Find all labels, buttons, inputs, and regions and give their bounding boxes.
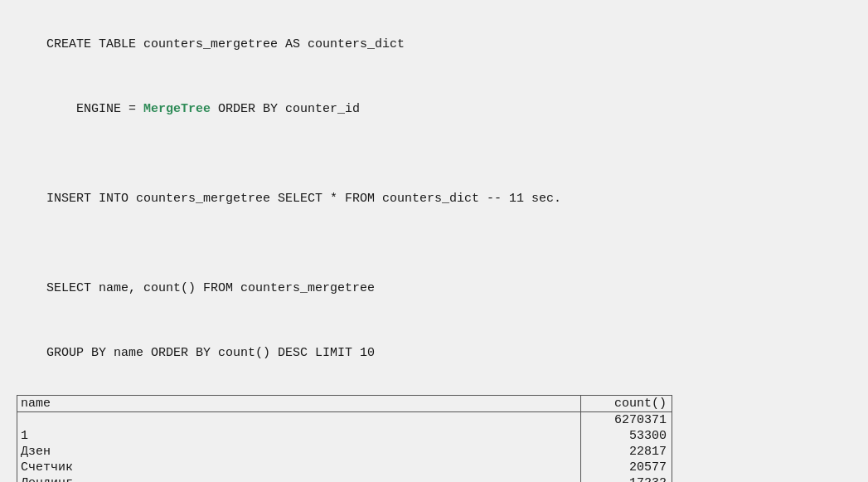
cell-name — [17, 412, 581, 429]
code-line-7: GROUP BY name ORDER BY count() DESC LIMI… — [17, 324, 851, 383]
cell-name: Лендинг — [17, 475, 581, 482]
cell-count: 17232 — [581, 475, 672, 482]
column-header-name: name — [17, 396, 581, 412]
code-line-6: SELECT name, count() FROM counters_merge… — [17, 259, 851, 319]
cell-name: 1 — [17, 428, 581, 444]
table-row: Дзен22817 — [17, 444, 672, 460]
cell-name: Счетчик — [17, 460, 581, 475]
table-row: 6270371 — [17, 412, 672, 429]
code-editor: CREATE TABLE counters_mergetree AS count… — [17, 15, 851, 383]
cell-name: Дзен — [17, 444, 581, 460]
column-header-count: count() — [581, 396, 672, 412]
table-header-row: name count() — [17, 396, 672, 412]
table-row: Лендинг17232 — [17, 475, 672, 482]
code-line-3 — [17, 144, 851, 164]
table-row: 153300 — [17, 428, 672, 444]
code-line-2: ENGINE = MergeTree ORDER BY counter_id — [17, 80, 851, 139]
cell-count: 53300 — [581, 428, 672, 444]
code-line-5 — [17, 234, 851, 254]
code-line-1: CREATE TABLE counters_mergetree AS count… — [17, 15, 851, 75]
cell-count: 6270371 — [581, 412, 672, 429]
code-line-4: INSERT INTO counters_mergetree SELECT * … — [17, 169, 851, 229]
table-row: Счетчик20577 — [17, 460, 672, 475]
cell-count: 20577 — [581, 460, 672, 475]
cell-count: 22817 — [581, 444, 672, 460]
result-table: name count() 6270371153300Дзен22817Счетч… — [17, 395, 672, 482]
mergetree-keyword: MergeTree — [143, 102, 211, 116]
